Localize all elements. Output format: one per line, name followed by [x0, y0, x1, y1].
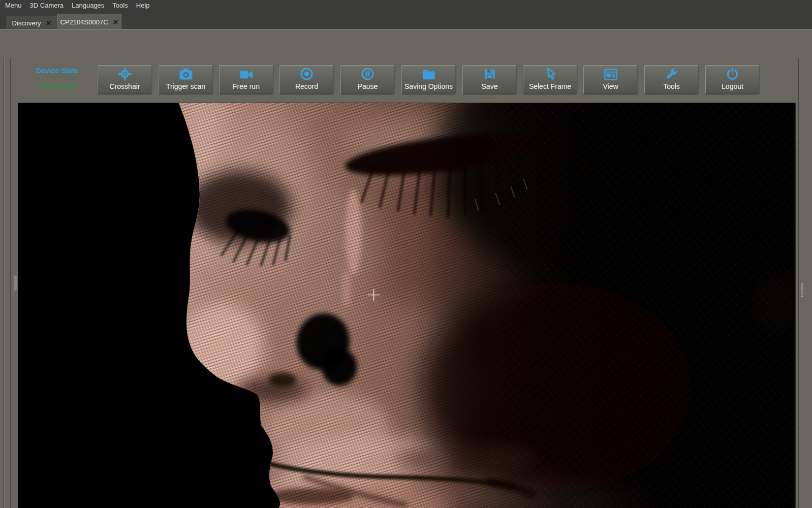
menu-item-languages[interactable]: Languages — [72, 2, 111, 9]
3d-viewport[interactable] — [18, 103, 796, 508]
left-splitter-groove — [4, 58, 4, 508]
close-tab-icon[interactable]: ✕ — [112, 18, 119, 26]
menu-bar: Menu 3D Camera Languages Tools Help — [0, 0, 812, 11]
left-splitter-handle[interactable] — [14, 276, 17, 290]
tab-discovery-label: Discovery — [12, 19, 41, 27]
menu-item-3d-camera[interactable]: 3D Camera — [30, 2, 71, 9]
right-splitter-groove — [798, 58, 799, 508]
record-button[interactable]: Record — [279, 65, 334, 94]
right-splitter-handle[interactable] — [801, 283, 803, 297]
button-label: Record — [295, 82, 318, 90]
save-button[interactable]: Save — [462, 65, 517, 94]
menu-item-tools[interactable]: Tools — [112, 2, 135, 9]
left-splitter-groove — [10, 58, 11, 508]
window-chrome: Menu 3D Camera Languages Tools Help Disc… — [0, 0, 812, 29]
device-tab-bar: Discovery ✕ CP2104S0007C ✕ — [0, 11, 812, 29]
button-label: Save — [482, 82, 498, 90]
menu-item-menu[interactable]: Menu — [5, 2, 29, 9]
face-point-cloud — [18, 103, 795, 508]
floppy-disk-icon — [483, 68, 496, 81]
pause-button[interactable]: Pause — [340, 65, 395, 94]
crosshair-button[interactable]: Crosshair — [98, 65, 152, 94]
tools-button[interactable]: Tools — [644, 65, 699, 94]
free-run-button[interactable]: Free run — [219, 65, 273, 94]
power-icon — [726, 67, 739, 81]
video-camera-icon — [239, 68, 254, 81]
button-label: Pause — [358, 82, 378, 90]
close-tab-icon[interactable]: ✕ — [45, 19, 52, 27]
window-layout-icon — [604, 68, 618, 81]
logout-button[interactable]: Logout — [705, 65, 760, 94]
button-label: View — [603, 82, 618, 90]
tab-discovery[interactable]: Discovery ✕ — [5, 16, 58, 29]
button-label: Logout — [722, 82, 743, 90]
photo-camera-icon — [179, 68, 193, 81]
button-label: Crosshair — [110, 82, 140, 90]
cursor-arrow-icon — [544, 67, 557, 81]
view-button[interactable]: View — [583, 65, 638, 94]
wrench-icon — [665, 67, 678, 81]
button-label: Trigger scan — [166, 82, 205, 90]
device-state-label: Device State — [20, 67, 95, 75]
menu-item-help[interactable]: Help — [136, 2, 157, 9]
record-icon — [300, 67, 314, 81]
select-frame-button[interactable]: Select Frame — [523, 65, 577, 94]
tab-device-cp2104s0007c[interactable]: CP2104S0007C ✕ — [57, 14, 121, 29]
button-label: Select Frame — [529, 82, 571, 90]
pause-icon — [361, 67, 374, 81]
button-label: Saving Options — [404, 82, 453, 90]
button-label: Free run — [233, 82, 260, 90]
trigger-scan-button[interactable]: Trigger scan — [159, 65, 213, 94]
right-splitter-groove — [805, 58, 805, 508]
saving-options-button[interactable]: Saving Options — [401, 65, 456, 94]
button-label: Tools — [663, 82, 680, 90]
folder-icon — [422, 68, 436, 81]
device-workspace: Device State Connected Crosshair Trigger… — [0, 29, 812, 508]
tab-device-label: CP2104S0007C — [60, 18, 108, 26]
device-state-value: Connected — [20, 82, 95, 90]
crosshair-icon — [118, 67, 132, 81]
